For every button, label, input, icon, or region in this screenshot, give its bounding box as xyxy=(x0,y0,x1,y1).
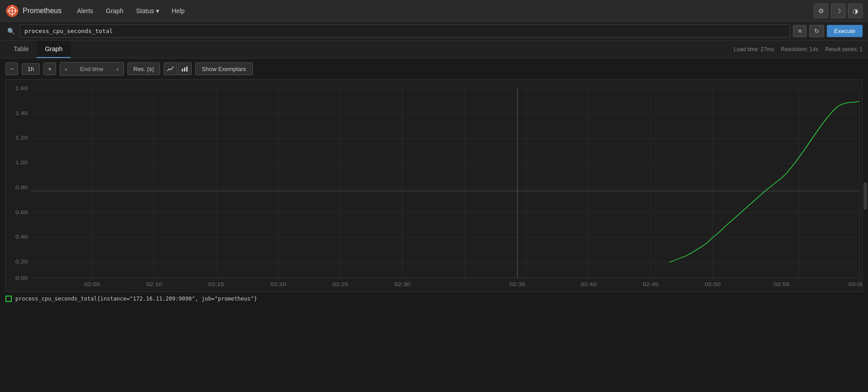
chart-type-buttons xyxy=(164,62,192,75)
end-time-box: ‹ End time › xyxy=(60,62,124,76)
tab-table[interactable]: Table xyxy=(5,41,37,58)
execute-button[interactable]: Execute xyxy=(827,25,863,37)
nav-links: Alerts Graph Status ▾ Help xyxy=(72,5,814,17)
legend-row: process_cpu_seconds_total{instance="172.… xyxy=(0,292,868,306)
end-time-label: End time xyxy=(74,64,110,74)
svg-rect-5 xyxy=(184,67,185,72)
svg-text:1.00: 1.00 xyxy=(15,160,28,166)
svg-text:02:55: 02:55 xyxy=(774,282,790,287)
svg-text:1.60: 1.60 xyxy=(15,86,28,91)
toggle-button[interactable]: ↻ xyxy=(809,25,824,37)
svg-text:02:50: 02:50 xyxy=(705,282,721,287)
increase-duration-button[interactable]: + xyxy=(43,62,56,75)
svg-text:1.20: 1.20 xyxy=(15,135,28,141)
svg-text:0.20: 0.20 xyxy=(15,259,28,265)
svg-rect-4 xyxy=(182,69,183,72)
show-exemplars-button[interactable]: Show Exemplars xyxy=(195,62,253,75)
svg-text:02:40: 02:40 xyxy=(580,282,596,287)
settings-button[interactable]: ⚙ xyxy=(814,4,828,18)
nav-graph[interactable]: Graph xyxy=(101,5,128,17)
load-time: Load time: 27ms xyxy=(734,46,774,53)
svg-text:02:45: 02:45 xyxy=(643,282,659,287)
svg-text:02:05: 02:05 xyxy=(84,282,100,287)
svg-text:0.40: 0.40 xyxy=(15,234,28,240)
svg-text:02:15: 02:15 xyxy=(208,282,224,287)
add-query-button[interactable]: ≡ xyxy=(793,25,807,37)
app-title: Prometheus xyxy=(23,7,61,15)
search-bar: 🔍 ≡ ↻ Execute xyxy=(0,22,868,41)
svg-text:03:00: 03:00 xyxy=(849,282,863,287)
tabs-row: Table Graph Load time: 27ms Resolution: … xyxy=(0,41,868,58)
theme-contrast-button[interactable]: ◑ xyxy=(848,4,863,18)
search-toggle-button[interactable]: 🔍 xyxy=(5,26,17,37)
svg-text:02:25: 02:25 xyxy=(332,282,348,287)
legend-label: process_cpu_seconds_total{instance="172.… xyxy=(15,296,257,302)
brand: Prometheus xyxy=(5,4,61,18)
tab-graph[interactable]: Graph xyxy=(37,41,71,58)
prometheus-logo xyxy=(5,4,19,18)
nav-status[interactable]: Status ▾ xyxy=(132,5,164,17)
svg-text:02:30: 02:30 xyxy=(395,282,410,287)
result-series: Result series: 1 xyxy=(825,46,863,53)
svg-text:0.60: 0.60 xyxy=(15,210,28,215)
navbar-right: ⚙ ☽ ◑ xyxy=(814,4,863,18)
nav-alerts[interactable]: Alerts xyxy=(72,5,98,17)
query-input[interactable] xyxy=(19,24,790,38)
scrollbar[interactable] xyxy=(863,182,867,210)
line-chart-button[interactable] xyxy=(164,62,177,75)
svg-text:02:10: 02:10 xyxy=(146,282,162,287)
svg-text:0.80: 0.80 xyxy=(15,185,28,190)
resolution: Resolution: 14s xyxy=(781,46,818,53)
chart-line xyxy=(670,101,859,262)
svg-text:02:35: 02:35 xyxy=(509,282,525,287)
svg-text:02:20: 02:20 xyxy=(270,282,286,287)
navbar: Prometheus Alerts Graph Status ▾ Help ⚙ … xyxy=(0,0,868,22)
prev-time-button[interactable]: ‹ xyxy=(60,62,72,75)
svg-rect-6 xyxy=(186,67,188,72)
svg-text:0.00: 0.00 xyxy=(15,276,28,281)
resolution-button[interactable]: Res. (s) xyxy=(127,62,160,75)
tabs: Table Graph xyxy=(5,41,71,58)
next-time-button[interactable]: › xyxy=(112,62,123,75)
chart-svg: 0.00 0.20 0.40 0.60 0.80 1.00 1.20 1.40 … xyxy=(5,79,863,292)
duration-display: 1h xyxy=(22,63,40,75)
theme-moon-button[interactable]: ☽ xyxy=(831,4,845,18)
nav-help[interactable]: Help xyxy=(167,5,189,17)
bar-chart-button[interactable] xyxy=(178,62,192,75)
svg-text:1.40: 1.40 xyxy=(15,110,28,116)
chart-container: 0.00 0.20 0.40 0.60 0.80 1.00 1.20 1.40 … xyxy=(5,79,863,292)
controls-row: − 1h + ‹ End time › Res. (s) Show Exempl… xyxy=(0,58,868,79)
legend-color-box xyxy=(5,296,12,302)
decrease-duration-button[interactable]: − xyxy=(5,62,18,75)
tabs-meta: Load time: 27ms Resolution: 14s Result s… xyxy=(728,46,863,53)
